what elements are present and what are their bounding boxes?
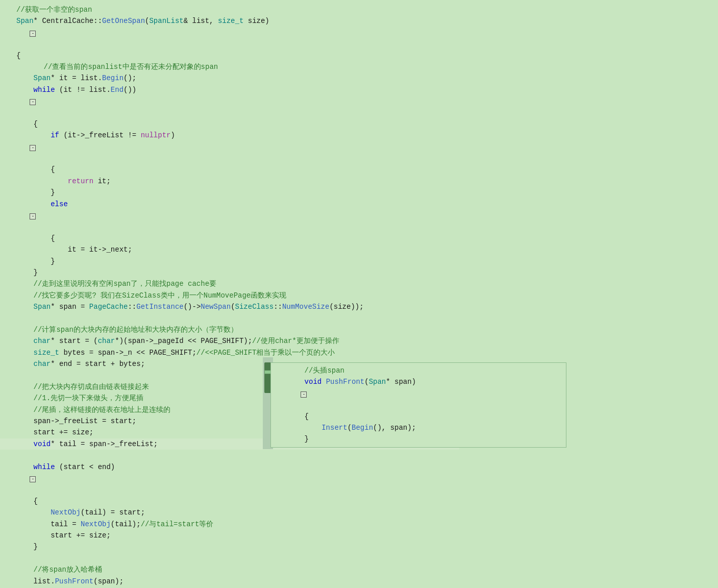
code-text: { <box>16 50 20 61</box>
code-line: { <box>0 50 459 61</box>
code-line: start += size; <box>0 530 459 541</box>
code-text: return <box>16 176 93 187</box>
code-line: char* start = (char*)(span->_pageId << P… <box>0 335 459 347</box>
code-text: //找它要多少页呢? 我们在SizeClass类中，用一个NumMovePage… <box>16 290 286 301</box>
code-line: } <box>0 256 459 267</box>
code-text: //尾插，这样链接的链表在地址上是连续的 <box>16 404 170 415</box>
code-editor: //获取一个非空的span - Span* CentralCache::GetO… <box>0 0 459 588</box>
code-line: it = it->_next; <box>0 244 459 255</box>
code-line: //找它要多少页呢? 我们在SizeClass类中，用一个NumMovePage… <box>0 290 459 301</box>
code-line <box>0 553 459 564</box>
overlay-code-text: void <box>287 376 326 387</box>
code-text: while <box>16 461 55 473</box>
code-text: //计算span的大块内存的起始地址和大块内存的大小（字节数） <box>16 324 238 335</box>
overlay-code-text: Insert <box>287 422 348 433</box>
code-text: //走到这里说明没有空闲span了，只能找page cache要 <box>16 278 216 289</box>
code-line <box>0 313 459 324</box>
code-line: { <box>0 496 459 507</box>
code-line: //计算span的大块内存的起始地址和大块内存的大小（字节数） <box>0 324 459 335</box>
collapse-button[interactable]: - <box>301 391 307 398</box>
code-text: Span <box>16 301 51 312</box>
code-line: return it; <box>0 176 459 187</box>
code-line: tail = NextObj(tail);//与tail=start等价 <box>0 519 459 530</box>
overlay-code-line: //头插span <box>271 365 566 376</box>
collapse-button[interactable]: - <box>30 476 36 482</box>
code-text: if <box>16 130 59 141</box>
code-line: Span* it = list.Begin(); <box>0 72 459 84</box>
code-line: } <box>0 187 459 198</box>
collapse-button[interactable]: - <box>30 145 36 151</box>
code-text: start += size; <box>16 427 93 438</box>
code-text: tail = <box>16 519 81 530</box>
code-text: //查看当前的spanlist中是否有还未分配对象的span <box>27 61 218 72</box>
overlay-code-line: } <box>271 433 566 445</box>
code-line: - else <box>0 199 459 233</box>
code-text: } <box>16 187 55 198</box>
code-line: } <box>0 267 459 278</box>
overlay-code-text: } <box>287 433 309 445</box>
code-line: - if (it->_freeList != nullptr) <box>0 130 459 164</box>
code-text: //将span放入哈希桶 <box>16 564 102 575</box>
code-line: - while (start < end) <box>0 461 459 496</box>
code-line: - while (it != list.End()) <box>0 84 459 118</box>
code-line: NextObj(tail) = start; <box>0 507 459 518</box>
code-text: { <box>16 164 55 175</box>
gutter: - <box>4 15 14 50</box>
code-text: } <box>16 541 38 552</box>
code-text: //获取一个非空的span <box>16 4 92 15</box>
gutter: - <box>4 199 14 233</box>
code-text: it = it->_next; <box>16 244 132 255</box>
code-line: //获取一个非空的span <box>0 4 459 15</box>
overlay-code-text: { <box>287 411 309 422</box>
code-line: //走到这里说明没有空闲span了，只能找page cache要 <box>0 278 459 289</box>
code-text: Span <box>16 15 34 27</box>
code-text: char <box>16 335 51 347</box>
code-text: } <box>16 267 38 278</box>
code-line: //查看当前的spanlist中是否有还未分配对象的span <box>0 61 459 72</box>
code-line: list.PushFront(span); <box>0 576 459 587</box>
collapse-button[interactable]: - <box>30 213 36 219</box>
code-text: } <box>16 256 55 267</box>
overlay-code-line: { <box>271 411 566 422</box>
peek-panel: //头插span - void PushFront(Span* span) { … <box>270 362 566 448</box>
code-text: char <box>16 358 51 370</box>
code-line: { <box>0 118 459 130</box>
collapse-button[interactable]: - <box>30 99 36 105</box>
overlay-code-line: Insert(Begin(), span); <box>271 422 566 433</box>
gutter: - <box>4 461 14 496</box>
code-text: { <box>16 118 38 130</box>
gutter: - <box>4 130 14 164</box>
code-text: { <box>16 233 55 244</box>
code-text: //把大块内存切成自由链表链接起来 <box>16 381 149 393</box>
gutter: - <box>275 376 285 410</box>
code-text: Span <box>16 72 51 84</box>
code-text: else <box>16 199 68 210</box>
code-text: list. <box>16 576 55 587</box>
code-text: NextObj <box>16 507 81 518</box>
code-line: - Span* CentralCache::GetOneSpan(SpanLis… <box>0 15 459 50</box>
code-text: size_t <box>16 347 59 358</box>
code-text <box>16 313 20 324</box>
code-line: size_t bytes = span->_n << PAGE_SHIFT;//… <box>0 347 459 358</box>
collapse-button[interactable]: - <box>30 31 36 37</box>
code-line: { <box>0 233 459 244</box>
code-line: Span* span = PageCache::GetInstance()->N… <box>0 301 459 312</box>
code-text: void <box>16 438 51 450</box>
code-line <box>0 450 459 461</box>
code-text: start += size; <box>16 530 111 541</box>
code-text: { <box>16 496 38 507</box>
overlay-code-line: - void PushFront(Span* span) <box>271 376 566 410</box>
code-line: //将span放入哈希桶 <box>0 564 459 575</box>
code-text: //1.先切一块下来做头，方便尾插 <box>16 393 143 404</box>
code-line: { <box>0 164 459 175</box>
code-text: while <box>16 84 55 95</box>
code-line: } <box>0 541 459 552</box>
code-text: span->_freeList = start; <box>16 415 136 427</box>
overlay-code-text: //头插span <box>287 365 344 376</box>
gutter: - <box>4 84 14 118</box>
